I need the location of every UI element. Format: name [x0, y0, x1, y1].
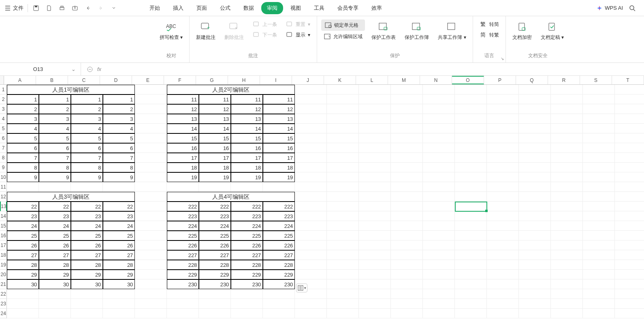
cell-R18[interactable] — [551, 250, 583, 260]
tab-formula[interactable]: 公式 — [214, 2, 236, 14]
cell-L1[interactable] — [359, 85, 391, 94]
cell-M2[interactable] — [391, 94, 423, 104]
cell-Q17[interactable] — [519, 240, 551, 250]
cell-G2[interactable]: 11 — [199, 94, 231, 104]
cell-K22[interactable] — [327, 289, 359, 299]
cell-N18[interactable] — [423, 250, 455, 260]
cell-G17[interactable]: 226 — [199, 240, 231, 250]
tab-insert[interactable]: 插入 — [167, 2, 189, 14]
cell-A12[interactable]: 人员3可编辑区 — [7, 192, 135, 202]
cell-M17[interactable] — [391, 240, 423, 250]
cell-E11[interactable] — [135, 182, 167, 192]
cell-C13[interactable]: 22 — [71, 202, 103, 211]
col-header-K[interactable]: K — [324, 76, 356, 84]
cancel-icon[interactable] — [87, 66, 93, 73]
col-header-A[interactable]: A — [4, 76, 36, 84]
cell-E23[interactable] — [135, 299, 167, 309]
cell-S19[interactable] — [583, 260, 615, 270]
cell-R24[interactable] — [551, 309, 583, 318]
col-header-G[interactable]: G — [196, 76, 228, 84]
cell-T15[interactable] — [615, 221, 644, 231]
cell-K6[interactable] — [327, 133, 359, 143]
cell-I6[interactable]: 15 — [263, 133, 295, 143]
cell-F7[interactable]: 16 — [167, 143, 199, 153]
cell-I14[interactable]: 223 — [263, 211, 295, 221]
cell-B23[interactable] — [39, 299, 71, 309]
cell-P3[interactable] — [487, 104, 519, 114]
cell-H20[interactable]: 229 — [231, 270, 263, 279]
delete-comment-button[interactable]: × 删除批注 — [222, 19, 246, 43]
cell-R5[interactable] — [551, 124, 583, 133]
cell-J20[interactable] — [295, 270, 327, 279]
row-header-16[interactable]: 16 — [0, 231, 7, 240]
cell-L15[interactable] — [359, 221, 391, 231]
cell-E3[interactable] — [135, 104, 167, 114]
cell-N14[interactable] — [423, 211, 455, 221]
cell-O23[interactable] — [455, 299, 487, 309]
cell-D4[interactable]: 3 — [103, 114, 135, 124]
cell-S15[interactable] — [583, 221, 615, 231]
cell-K24[interactable] — [327, 309, 359, 318]
cell-M6[interactable] — [391, 133, 423, 143]
cell-A9[interactable]: 8 — [7, 163, 39, 172]
cell-R16[interactable] — [551, 231, 583, 240]
cell-E18[interactable] — [135, 250, 167, 260]
cell-L11[interactable] — [359, 182, 391, 192]
tab-efficiency[interactable]: 效率 — [366, 2, 388, 14]
cell-J6[interactable] — [295, 133, 327, 143]
cell-Q24[interactable] — [519, 309, 551, 318]
cell-D18[interactable]: 27 — [103, 250, 135, 260]
cell-H15[interactable]: 224 — [231, 221, 263, 231]
cell-K1[interactable] — [327, 85, 359, 94]
row-header-12[interactable]: 12 — [0, 192, 7, 202]
cell-S13[interactable] — [583, 202, 615, 211]
cell-A10[interactable]: 9 — [7, 172, 39, 182]
cell-L8[interactable] — [359, 153, 391, 163]
cell-A11[interactable] — [7, 182, 39, 192]
new-comment-button[interactable]: + 新建批注 — [194, 19, 218, 43]
cell-B24[interactable] — [39, 309, 71, 318]
cell-L22[interactable] — [359, 289, 391, 299]
cell-L7[interactable] — [359, 143, 391, 153]
cell-G19[interactable]: 228 — [199, 260, 231, 270]
tab-view[interactable]: 视图 — [285, 2, 307, 14]
cell-L13[interactable] — [359, 202, 391, 211]
cell-A20[interactable]: 29 — [7, 270, 39, 279]
col-header-H[interactable]: H — [228, 76, 260, 84]
cell-B22[interactable] — [39, 289, 71, 299]
cell-I16[interactable]: 225 — [263, 231, 295, 240]
cell-C19[interactable]: 28 — [71, 260, 103, 270]
cell-K10[interactable] — [327, 172, 359, 182]
row-header-11[interactable]: 11 — [0, 182, 7, 192]
cell-D22[interactable] — [103, 289, 135, 299]
cells-area[interactable]: 人员1可编辑区人员2可编辑区11111111111122221212121233… — [7, 85, 644, 318]
cell-G9[interactable]: 18 — [199, 163, 231, 172]
cell-F10[interactable]: 19 — [167, 172, 199, 182]
undo-icon[interactable] — [84, 4, 92, 12]
cell-S20[interactable] — [583, 270, 615, 279]
cell-J8[interactable] — [295, 153, 327, 163]
cell-L24[interactable] — [359, 309, 391, 318]
finalize-button[interactable]: 文档定稿 ▾ — [538, 19, 566, 43]
cell-K20[interactable] — [327, 270, 359, 279]
cell-G18[interactable]: 227 — [199, 250, 231, 260]
cell-C5[interactable]: 4 — [71, 124, 103, 133]
reset-comment-button[interactable]: 重置 ▾ — [284, 19, 313, 29]
cell-O17[interactable] — [455, 240, 487, 250]
cell-H23[interactable] — [231, 299, 263, 309]
cell-O10[interactable] — [455, 172, 487, 182]
cell-S2[interactable] — [583, 94, 615, 104]
cell-Q21[interactable] — [519, 279, 551, 289]
cell-T13[interactable] — [615, 202, 644, 211]
cell-D19[interactable]: 28 — [103, 260, 135, 270]
cell-K4[interactable] — [327, 114, 359, 124]
cell-C24[interactable] — [71, 309, 103, 318]
cell-M24[interactable] — [391, 309, 423, 318]
cell-B10[interactable]: 9 — [39, 172, 71, 182]
cell-N20[interactable] — [423, 270, 455, 279]
cell-A24[interactable] — [7, 309, 39, 318]
cell-P20[interactable] — [487, 270, 519, 279]
cell-O22[interactable] — [455, 289, 487, 299]
cell-J24[interactable] — [295, 309, 327, 318]
redo-icon[interactable] — [97, 4, 105, 12]
